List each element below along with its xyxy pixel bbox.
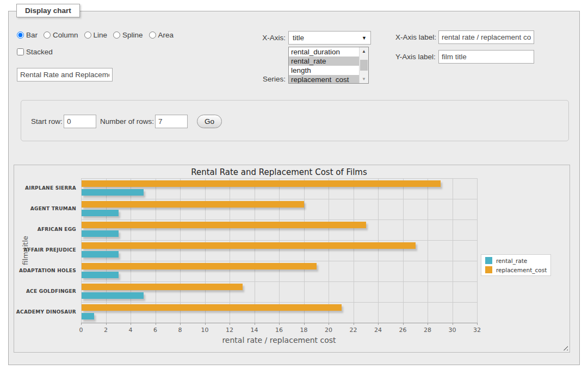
x-axis-label-caption: X-Axis label:: [395, 30, 436, 44]
bar-replacement_cost: [82, 304, 342, 311]
bar-rental_rate: [82, 313, 94, 319]
x-tick-label: 20: [320, 327, 337, 334]
x-axis-label-input[interactable]: [438, 30, 534, 44]
gridline-horizontal: [81, 220, 478, 220]
x-tick-label: 4: [122, 327, 139, 334]
chart-type-label: Spline: [122, 31, 143, 39]
legend-label: rental_rate: [496, 258, 527, 264]
legend-item: replacement_cost: [485, 266, 547, 273]
x-tick-label: 18: [296, 327, 312, 334]
start-row-input[interactable]: [64, 115, 96, 128]
legend-label: replacement_cost: [496, 267, 547, 273]
series-option-rental-duration[interactable]: rental_duration: [289, 47, 359, 57]
category-label: AIRPLANE SIERRA: [14, 185, 76, 191]
chart-type-radio-bar[interactable]: [17, 32, 24, 39]
x-tick-label: 26: [395, 327, 411, 334]
gridline-horizontal: [81, 302, 478, 303]
start-row-label: Start row:: [31, 115, 63, 128]
gridline-vertical: [329, 178, 329, 323]
x-axis-select[interactable]: title ▼: [288, 31, 371, 45]
bar-replacement_cost: [82, 222, 366, 228]
gridline-vertical: [477, 178, 478, 323]
scrollbar-thumb[interactable]: [360, 60, 368, 71]
bar-rental_rate: [82, 210, 119, 216]
gridline-vertical: [106, 178, 107, 323]
gridline-vertical: [354, 178, 354, 323]
scroll-down-icon[interactable]: ▼: [360, 75, 368, 83]
chart-type-option-area[interactable]: Area: [149, 31, 174, 39]
chart-type-radio-group: Bar Column Line Spline Area: [17, 31, 174, 39]
x-tick-label: 10: [197, 327, 213, 334]
gridline-horizontal: [81, 240, 478, 241]
series-label: Series:: [239, 74, 286, 84]
chart-type-radio-spline[interactable]: [113, 32, 120, 39]
x-axis-title: rental rate / replacement cost: [81, 336, 477, 344]
gridline-horizontal: [81, 281, 478, 282]
category-label: ACE GOLDFINGER: [14, 289, 76, 294]
listbox-scrollbar[interactable]: ▲ ▼: [359, 47, 368, 83]
chart-type-label: Column: [53, 31, 78, 39]
gridline-vertical: [453, 178, 453, 323]
chart-type-option-line[interactable]: Line: [84, 31, 108, 39]
x-tick-label: 32: [469, 327, 485, 334]
gridline-vertical: [304, 178, 305, 323]
chart-legend: rental_ratereplacement_cost: [481, 254, 551, 276]
bar-replacement_cost: [82, 242, 416, 249]
resize-handle-icon[interactable]: [561, 344, 568, 350]
category-label: ADAPTATION HOLES: [14, 268, 76, 273]
num-rows-input[interactable]: [155, 115, 188, 128]
x-tick-label: 28: [419, 327, 436, 334]
bar-rental_rate: [82, 292, 144, 299]
series-option-rental-rate[interactable]: rental_rate: [289, 57, 359, 66]
chart-type-option-column[interactable]: Column: [44, 31, 78, 39]
gridline-vertical: [156, 178, 156, 323]
scroll-up-icon[interactable]: ▲: [360, 47, 368, 55]
chart-title: Rental Rate and Replacement Cost of Film…: [70, 167, 488, 177]
chart-type-label: Line: [94, 31, 108, 39]
bar-replacement_cost: [82, 180, 441, 187]
x-tick-label: 22: [345, 327, 362, 334]
x-axis-selected-value: title: [293, 34, 304, 42]
stacked-checkbox[interactable]: [17, 48, 24, 55]
chart-type-radio-area[interactable]: [149, 32, 156, 39]
stacked-label: Stacked: [26, 48, 53, 56]
gridline-vertical: [428, 178, 428, 323]
x-tick-label: 14: [246, 327, 263, 334]
panel-legend-title: Display chart: [16, 4, 80, 17]
gridline-vertical: [180, 178, 181, 323]
gridline-horizontal: [81, 261, 478, 261]
x-tick-label: 2: [98, 327, 114, 334]
gridline-vertical: [230, 178, 230, 323]
y-axis-label-caption: Y-Axis label:: [395, 50, 436, 64]
x-tick-label: 0: [73, 327, 89, 334]
y-axis-label-input[interactable]: [438, 50, 534, 64]
bar-rental_rate: [82, 230, 119, 237]
x-axis-select-label: X-Axis:: [239, 31, 286, 45]
gridline-vertical: [378, 178, 379, 323]
series-options: rental_duration rental_rate length repla…: [289, 47, 359, 83]
chart-type-option-spline[interactable]: Spline: [113, 31, 143, 39]
legend-item: rental_rate: [485, 257, 547, 264]
series-listbox[interactable]: rental_duration rental_rate length repla…: [288, 47, 369, 84]
gridline-vertical: [205, 178, 206, 323]
category-label: AFRICAN EGG: [14, 227, 76, 232]
chart-container: Rental Rate and Replacement Cost of Film…: [14, 165, 570, 353]
chart-type-radio-column[interactable]: [44, 32, 51, 39]
chart-type-option-bar[interactable]: Bar: [17, 31, 38, 39]
gridline-horizontal: [81, 199, 478, 199]
chart-title-input[interactable]: [17, 68, 113, 81]
category-label: AGENT TRUMAN: [14, 206, 76, 211]
go-button[interactable]: Go: [197, 115, 222, 128]
x-tick-label: 8: [172, 327, 188, 334]
stacked-checkbox-label[interactable]: Stacked: [17, 48, 53, 56]
bar-rental_rate: [82, 251, 119, 258]
chart-type-radio-line[interactable]: [84, 32, 91, 39]
bar-rental_rate: [82, 272, 119, 278]
x-tick-label: 16: [271, 327, 287, 334]
series-option-replacement-cost[interactable]: replacement_cost: [289, 75, 359, 83]
chevron-down-icon: ▼: [362, 35, 367, 41]
x-tick-label: 6: [147, 327, 164, 334]
bar-replacement_cost: [82, 284, 243, 290]
legend-swatch-icon: [485, 257, 492, 264]
series-option-length[interactable]: length: [289, 66, 359, 75]
